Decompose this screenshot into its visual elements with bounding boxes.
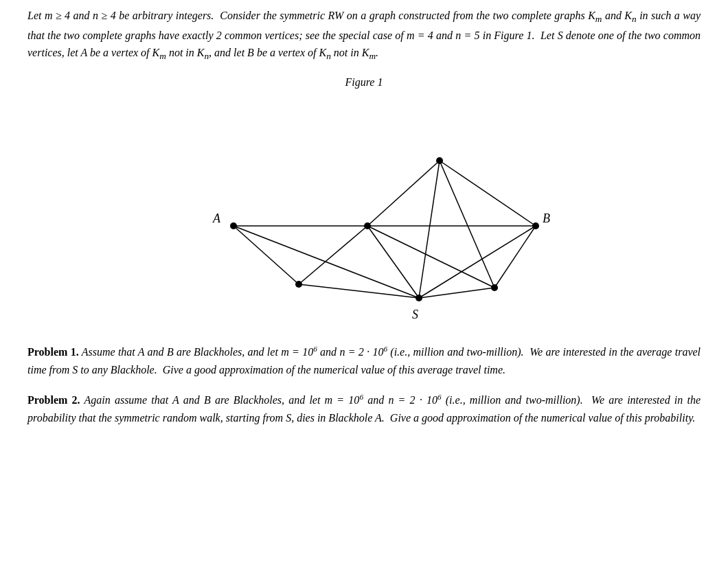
vertex-B (532, 222, 539, 229)
problem-2-label: Problem 2. (27, 394, 80, 406)
svg-line-7 (367, 226, 494, 288)
problem-1-text: Assume that A and B are Blackholes, and … (27, 346, 701, 376)
graph-svg: A B S (172, 95, 556, 322)
label-S: S (412, 308, 418, 321)
label-B: B (543, 211, 550, 225)
vertex-S (416, 295, 422, 301)
graph-vertices (230, 157, 539, 301)
vertex-LB (295, 281, 302, 288)
svg-line-6 (367, 161, 440, 226)
graph-edges (234, 161, 536, 298)
intro-text: Let m ≥ 4 and n ≥ 4 be arbitrary integer… (27, 10, 701, 58)
problems-section: Problem 1. Assume that A and B are Black… (27, 343, 701, 428)
svg-line-5 (367, 226, 419, 298)
graph-labels: A B S (212, 211, 550, 321)
problem-2-text: Again assume that A and B are Blackholes… (27, 394, 701, 424)
intro-paragraph: Let m ≥ 4 and n ≥ 4 be arbitrary integer… (27, 7, 701, 64)
problem-1-label: Problem 1. (27, 346, 79, 358)
svg-line-10 (419, 288, 494, 298)
vertex-RB (491, 284, 498, 291)
svg-line-14 (494, 226, 536, 288)
vertex-A (230, 222, 237, 229)
figure-section: Figure 1 (27, 76, 701, 322)
svg-line-9 (419, 161, 440, 298)
svg-line-0 (234, 226, 299, 284)
svg-line-11 (419, 226, 536, 298)
problem-1: Problem 1. Assume that A and B are Black… (27, 343, 701, 380)
problem-2: Problem 2. Again assume that A and B are… (27, 391, 701, 428)
vertex-top (436, 157, 443, 164)
label-A: A (212, 211, 221, 225)
figure-caption: Figure 1 (27, 76, 701, 89)
vertex-C-shared (364, 222, 371, 229)
